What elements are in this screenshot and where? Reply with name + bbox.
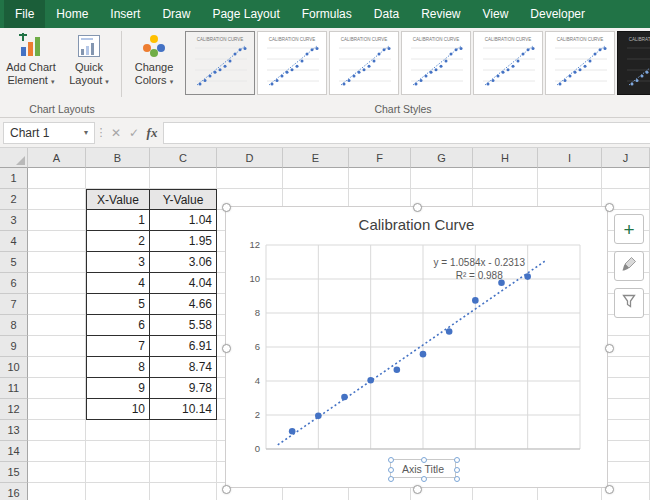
column-header-H[interactable]: H [473,148,538,168]
cell-C11[interactable]: 9.78 [150,378,217,399]
cell-C12[interactable]: 10.14 [150,399,217,420]
column-header-C[interactable]: C [150,148,217,168]
cell-B14[interactable] [86,441,150,462]
selection-handle[interactable] [388,476,394,482]
cell-C4[interactable]: 1.95 [150,231,217,252]
row-header-6[interactable]: 6 [0,273,28,294]
ribbon-tab-draw[interactable]: Draw [151,0,201,28]
cell-H1[interactable] [473,168,538,189]
cell-B4[interactable]: 2 [86,231,150,252]
cell-C13[interactable] [150,420,217,441]
row-header-5[interactable]: 5 [0,252,28,273]
selection-handle[interactable] [222,485,231,494]
ribbon-tab-data[interactable]: Data [363,0,410,28]
cell-B11[interactable]: 9 [86,378,150,399]
cell-J12[interactable] [602,399,650,420]
cell-B16[interactable] [86,483,150,500]
select-all-corner[interactable] [0,148,28,168]
insert-function-icon[interactable]: fx [143,125,161,141]
quick-layout-button[interactable]: Quick Layout ▾ [60,29,118,86]
selection-handle[interactable] [454,457,460,463]
cell-B8[interactable]: 6 [86,315,150,336]
cell-J13[interactable] [602,420,650,441]
selection-handle[interactable] [454,476,460,482]
ribbon-tab-developer[interactable]: Developer [519,0,596,28]
column-header-E[interactable]: E [283,148,349,168]
cell-C7[interactable]: 4.66 [150,294,217,315]
column-header-B[interactable]: B [86,148,150,168]
cell-B2[interactable]: X-Value [86,189,150,210]
cell-A5[interactable] [28,252,86,273]
column-header-I[interactable]: I [538,148,602,168]
embedded-chart[interactable]: Calibration Curve 024681012y = 1.0584x -… [225,206,608,488]
cell-J11[interactable] [602,378,650,399]
cell-C1[interactable] [150,168,217,189]
cell-C5[interactable]: 3.06 [150,252,217,273]
cell-A12[interactable] [28,399,86,420]
row-header-2[interactable]: 2 [0,189,28,210]
cell-A14[interactable] [28,441,86,462]
selection-handle[interactable] [222,344,231,353]
cell-F1[interactable] [349,168,411,189]
cell-J1[interactable] [602,168,650,189]
row-header-4[interactable]: 4 [0,231,28,252]
cell-C8[interactable]: 5.58 [150,315,217,336]
formula-input[interactable] [163,122,650,144]
cell-A1[interactable] [28,168,86,189]
chart-style-thumbnail-5[interactable]: CALIBRATION CURVE [473,31,543,95]
column-header-J[interactable]: J [602,148,650,168]
cell-C9[interactable]: 6.91 [150,336,217,357]
cell-C2[interactable]: Y-Value [150,189,217,210]
row-header-9[interactable]: 9 [0,336,28,357]
selection-handle[interactable] [454,467,460,473]
cancel-icon[interactable]: ✕ [107,126,125,140]
chart-title[interactable]: Calibration Curve [226,216,607,233]
ribbon-tab-review[interactable]: Review [410,0,471,28]
row-header-13[interactable]: 13 [0,420,28,441]
selection-handle[interactable] [413,485,422,494]
column-header-D[interactable]: D [217,148,283,168]
row-header-12[interactable]: 12 [0,399,28,420]
chart-style-thumbnail-7[interactable]: CALIBRATION CURVE [617,31,650,95]
row-header-11[interactable]: 11 [0,378,28,399]
ribbon-tab-view[interactable]: View [472,0,520,28]
chart-elements-button[interactable]: + [614,214,644,244]
cell-A6[interactable] [28,273,86,294]
cell-A2[interactable] [28,189,86,210]
column-header-A[interactable]: A [28,148,86,168]
cell-B6[interactable]: 4 [86,273,150,294]
cell-C14[interactable] [150,441,217,462]
row-header-8[interactable]: 8 [0,315,28,336]
selection-handle[interactable] [388,457,394,463]
cell-C16[interactable] [150,483,217,500]
cell-J10[interactable] [602,357,650,378]
cell-A16[interactable] [28,483,86,500]
ribbon-tab-formulas[interactable]: Formulas [291,0,363,28]
chart-style-thumbnail-1[interactable]: CALIBRATION CURVE [185,31,255,95]
column-header-G[interactable]: G [411,148,473,168]
cell-G1[interactable] [411,168,473,189]
cell-A3[interactable] [28,210,86,231]
cell-B1[interactable] [86,168,150,189]
selection-handle[interactable] [421,476,427,482]
selection-handle[interactable] [421,457,427,463]
name-box[interactable]: Chart 1 ▾ [3,122,95,144]
add-chart-element-button[interactable]: Add Chart Element ▾ [2,29,60,86]
row-header-7[interactable]: 7 [0,294,28,315]
ribbon-tab-page-layout[interactable]: Page Layout [201,0,290,28]
cell-J14[interactable] [602,441,650,462]
cell-B10[interactable]: 8 [86,357,150,378]
cell-B7[interactable]: 5 [86,294,150,315]
ribbon-tab-insert[interactable]: Insert [99,0,151,28]
cell-A15[interactable] [28,462,86,483]
cell-A10[interactable] [28,357,86,378]
cell-E1[interactable] [283,168,349,189]
cell-A7[interactable] [28,294,86,315]
ribbon-tab-home[interactable]: Home [45,0,99,28]
row-header-16[interactable]: 16 [0,483,28,500]
selection-handle[interactable] [605,203,614,212]
selection-handle[interactable] [388,467,394,473]
cell-A8[interactable] [28,315,86,336]
cell-A4[interactable] [28,231,86,252]
enter-icon[interactable]: ✓ [125,126,143,140]
